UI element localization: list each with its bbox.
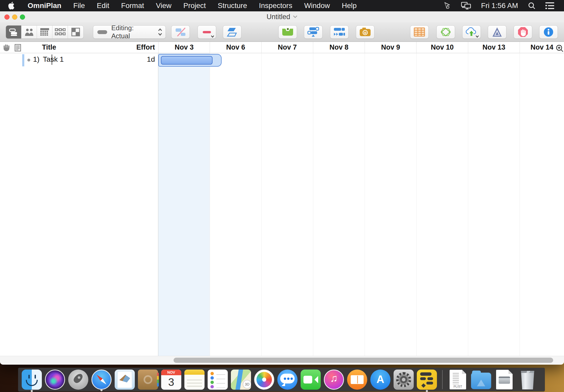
rocket-window <box>78 376 80 379</box>
dock-mail-icon[interactable] <box>115 370 135 390</box>
snapshot-camera-button[interactable] <box>356 25 374 39</box>
notes-column-icon[interactable] <box>14 44 21 52</box>
split-task-icon <box>175 27 186 37</box>
dock-photos-icon[interactable] <box>254 370 274 390</box>
dock-system-preferences-icon[interactable] <box>394 370 414 390</box>
task-status-bullet <box>27 59 30 61</box>
dock-disk-image-file-icon[interactable] <box>496 370 513 389</box>
menu-structure[interactable]: Structure <box>212 0 253 11</box>
grid-line <box>468 53 468 356</box>
dock-trash-icon[interactable] <box>520 371 535 389</box>
tab-resource-view[interactable] <box>21 26 37 38</box>
menu-clock[interactable]: Fri 1:56 AM <box>481 2 518 10</box>
task-title-field[interactable]: Task 1 <box>43 55 64 64</box>
reminder-dots <box>210 372 214 375</box>
photos-center <box>262 378 266 382</box>
timeline-zoom-in-icon[interactable] <box>556 44 563 52</box>
dropdown-chevron-icon <box>475 35 479 38</box>
menu-help[interactable]: Help <box>336 0 363 11</box>
omniplan-milestone <box>421 383 426 388</box>
calendar-day: 3 <box>161 375 181 390</box>
styles-view-icon <box>71 28 80 36</box>
horizontal-scrollbar-thumb[interactable] <box>174 358 553 363</box>
change-tracking-icon <box>492 27 502 37</box>
change-tracking-button[interactable] <box>488 25 506 39</box>
dock-calendar-icon[interactable]: NOV 3 <box>161 370 181 390</box>
info-button[interactable] <box>539 25 558 39</box>
open-book <box>351 375 364 384</box>
tab-calendar-view[interactable] <box>37 26 52 38</box>
filter-table-icon <box>414 27 425 37</box>
column-header-title[interactable]: Title <box>31 42 67 53</box>
dock-notes-icon[interactable] <box>184 370 205 390</box>
displays-status-icon[interactable] <box>461 2 471 10</box>
menu-project[interactable]: Project <box>177 0 212 11</box>
dock-reminders-icon[interactable] <box>208 370 228 390</box>
dock-ibooks-icon[interactable] <box>347 370 367 390</box>
plist-content <box>453 373 459 384</box>
outline-gantt-splitter[interactable] <box>158 53 158 356</box>
hard-drive-shape <box>499 377 510 384</box>
column-header-effort[interactable]: Effort <box>121 42 155 53</box>
reschedule-button[interactable] <box>330 25 349 39</box>
chat-dots <box>284 378 286 380</box>
spotlight-search-icon[interactable] <box>528 2 536 10</box>
menu-window[interactable]: Window <box>298 0 336 11</box>
dock-applications-folder-icon[interactable] <box>471 373 491 389</box>
level-resources-button[interactable] <box>304 25 323 39</box>
editing-mode-select[interactable]: Editing: Actual <box>93 25 166 39</box>
violations-stop-button[interactable] <box>514 25 532 39</box>
filter-table-button[interactable] <box>410 25 429 39</box>
dock-messages-icon[interactable] <box>277 370 297 390</box>
dock-maps-icon[interactable]: 3D <box>231 370 251 390</box>
dock-divider <box>442 370 443 389</box>
level-resources-icon <box>307 27 319 37</box>
menu-edit[interactable]: Edit <box>91 0 115 11</box>
tab-network-view[interactable] <box>52 26 68 38</box>
dock-siri-icon[interactable] <box>45 370 65 390</box>
dock-plist-file-icon[interactable]: PLIST <box>450 370 466 389</box>
camera-lens <box>311 376 318 383</box>
dock-appstore-icon[interactable] <box>370 370 390 390</box>
dropdown-chevron-icon <box>211 35 214 38</box>
dock-finder-icon[interactable] <box>22 370 42 390</box>
dock-safari-icon[interactable] <box>91 370 112 390</box>
chat-bubble <box>280 374 295 383</box>
tab-styles-view[interactable] <box>68 26 83 38</box>
split-task-button[interactable] <box>171 25 190 39</box>
plist-label: PLIST <box>450 385 466 388</box>
dock-launchpad-icon[interactable] <box>68 370 88 390</box>
page-fold <box>508 370 513 374</box>
menu-format[interactable]: Format <box>115 0 150 11</box>
menu-omniplan[interactable]: OmniPlan <box>22 0 67 11</box>
menu-view[interactable]: View <box>150 0 177 11</box>
publish-cloud-button[interactable] <box>462 25 481 39</box>
apple-menu-icon[interactable] <box>0 2 22 10</box>
dock-facetime-icon[interactable] <box>301 370 321 390</box>
task-row-number: 1) <box>33 55 40 64</box>
calendar-view-icon <box>40 28 50 36</box>
grid-line <box>210 53 210 356</box>
critical-path-button[interactable] <box>436 25 455 39</box>
pointer-status-icon[interactable] <box>443 2 451 10</box>
running-indicator <box>426 390 428 392</box>
horizontal-scrollbar-track[interactable] <box>0 356 564 364</box>
hammock-icon <box>226 27 238 37</box>
menu-inspectors[interactable]: Inspectors <box>253 0 298 11</box>
notification-center-icon[interactable] <box>545 2 554 9</box>
dock: NOV 3 3D <box>18 368 545 391</box>
task-effort-value[interactable]: 1d <box>121 55 155 64</box>
window-title[interactable]: Untitled <box>0 11 564 22</box>
milestone-dash-button[interactable] <box>198 25 216 39</box>
dock-contacts-icon[interactable] <box>138 370 158 390</box>
dock-itunes-icon[interactable] <box>324 370 344 390</box>
grab-hand-icon[interactable] <box>3 44 10 51</box>
dock-omniplan-icon[interactable] <box>417 370 437 390</box>
running-indicator <box>31 390 33 392</box>
gantt-bar-task1[interactable] <box>161 56 213 65</box>
notes-header <box>184 370 205 375</box>
tab-task-view[interactable] <box>6 26 21 38</box>
catch-up-button[interactable] <box>278 25 297 39</box>
menu-file[interactable]: File <box>67 0 91 11</box>
hammock-button[interactable] <box>223 25 241 39</box>
